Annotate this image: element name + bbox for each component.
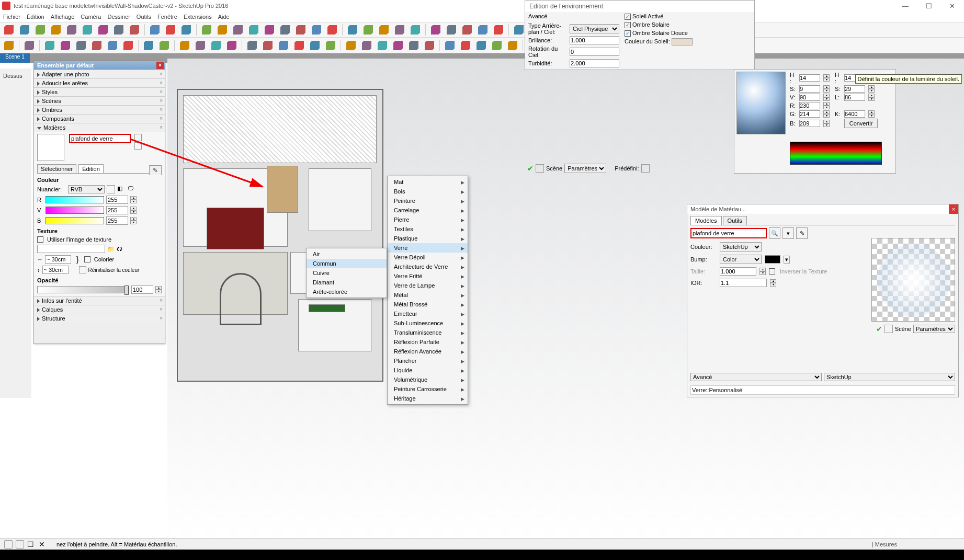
ctx-item-emetteur[interactable]: Emetteur▶ (388, 309, 468, 318)
prev-icon[interactable] (407, 39, 421, 52)
section-adapter-photo[interactable]: Adapter une photo× (34, 70, 165, 78)
ctx-item-sub-luminescence[interactable]: Sub-Luminescence▶ (388, 318, 468, 328)
v-input[interactable] (106, 206, 128, 214)
b-input[interactable] (106, 216, 128, 225)
paint-icon[interactable] (393, 23, 406, 37)
axes-icon[interactable] (277, 39, 290, 52)
window-icon[interactable] (346, 23, 359, 37)
cube-icon[interactable] (231, 23, 245, 37)
section2-icon[interactable] (490, 39, 504, 52)
group-icon[interactable] (200, 23, 213, 37)
circle-icon[interactable] (74, 39, 88, 52)
ctx-item-textiles[interactable]: Textiles▶ (388, 224, 468, 234)
paste-icon[interactable] (81, 23, 94, 37)
ctx-item-commun[interactable]: Commun (307, 259, 387, 268)
r-spinner[interactable]: ▴▾ (823, 102, 830, 109)
menu-dessiner[interactable]: Dessiner (107, 14, 130, 20)
taille-spinner[interactable]: ▴▾ (759, 268, 766, 275)
tray-close-icon[interactable]: × (156, 62, 164, 69)
dim-icon[interactable] (292, 39, 306, 52)
tray-header[interactable]: Ensemble par défaut × (34, 61, 165, 70)
section-close-icon[interactable]: × (160, 298, 163, 303)
ctx-item-cuivre[interactable]: Cuivre (307, 268, 387, 278)
move-icon[interactable] (409, 23, 422, 37)
rgb-gradient-preview[interactable] (790, 142, 882, 165)
mm-advanced-select[interactable]: Avancé (690, 373, 822, 381)
component-icon[interactable] (216, 23, 229, 37)
zoomext-icon[interactable] (391, 39, 405, 52)
section-close-icon[interactable]: × (160, 71, 163, 77)
v-input[interactable] (799, 94, 820, 101)
tape-icon[interactable] (225, 39, 239, 52)
section-matieres[interactable]: Matières× (34, 123, 165, 132)
r-input[interactable] (799, 102, 820, 109)
redo-icon[interactable] (128, 23, 141, 37)
door-icon[interactable] (361, 23, 375, 37)
k-input[interactable] (844, 110, 865, 118)
save-icon[interactable] (33, 23, 47, 37)
rotation-input[interactable] (570, 48, 619, 56)
section-adoucir[interactable]: Adoucir les arêtes× (34, 78, 165, 87)
section-close-icon[interactable]: × (160, 315, 163, 321)
inverser-checkbox[interactable] (769, 268, 775, 275)
rotate-icon[interactable] (194, 39, 207, 52)
env-param-select[interactable]: Paramètres (564, 164, 606, 173)
ombre-checkbox[interactable]: ✓ (625, 22, 631, 28)
section-composants[interactable]: Composants× (34, 114, 165, 123)
menu-fenetre[interactable]: Fenêtre (157, 14, 177, 20)
roof-icon[interactable] (310, 23, 323, 37)
stair-icon[interactable] (325, 23, 339, 37)
ctx-item-peinture-carrosserie[interactable]: Peinture Carrosserie▶ (388, 384, 468, 394)
eraser-icon[interactable] (22, 39, 36, 52)
ctx-item-verre-de-lampe[interactable]: Verre de Lampe▶ (388, 281, 468, 290)
section-close-icon[interactable]: × (160, 107, 163, 112)
opacity-spinner[interactable]: ▴▾ (155, 286, 162, 293)
mm-taille-input[interactable] (720, 267, 756, 276)
section-calques[interactable]: Calques× (34, 305, 165, 314)
reset-color-swatch[interactable] (79, 266, 86, 273)
l-spinner[interactable]: ▴▾ (868, 94, 875, 101)
status-icon-1[interactable] (4, 540, 13, 548)
eyedrop-material-icon[interactable] (134, 142, 142, 150)
push-icon[interactable] (263, 23, 276, 37)
ctx-item-h-ritage[interactable]: Héritage▶ (388, 394, 468, 403)
tab-edition[interactable]: Édition (78, 164, 104, 173)
cut-icon[interactable] (49, 23, 63, 37)
list-icon[interactable] (536, 164, 544, 173)
menu-extensions[interactable]: Extensions (184, 14, 212, 20)
wall-icon[interactable] (294, 23, 308, 37)
opacity-slider[interactable] (37, 286, 129, 293)
bump-color-swatch[interactable] (765, 255, 780, 264)
mat-search-input[interactable] (690, 228, 767, 238)
pull-icon[interactable] (278, 23, 292, 37)
link-icon[interactable]: } (73, 255, 82, 264)
right-icon[interactable] (476, 23, 490, 37)
picker-icon[interactable]: ◧ (117, 185, 126, 193)
convertir-button[interactable]: Convertir (844, 119, 878, 128)
mat-model-title[interactable]: Modèle de Matériau...× (687, 204, 958, 214)
create-material-icon[interactable] (134, 134, 142, 141)
env-panel-title[interactable]: Edition de l'environnement (525, 1, 754, 12)
sky-type-select[interactable]: Ciel Physique (570, 24, 619, 33)
color-preview-icon[interactable] (107, 185, 115, 193)
arc-icon[interactable] (90, 39, 104, 52)
left-icon[interactable] (512, 23, 526, 37)
l-input[interactable] (844, 94, 865, 101)
sel-icon[interactable] (377, 23, 391, 37)
b-slider[interactable] (46, 217, 104, 224)
pos-icon[interactable] (443, 39, 457, 52)
ctx-item-pierre[interactable]: Pierre▶ (388, 215, 468, 224)
pencil-icon[interactable]: ✎ (149, 165, 162, 175)
h-spinner[interactable]: ▴▾ (823, 74, 830, 82)
menu-camera[interactable]: Caméra (81, 14, 101, 20)
ctx-item-ar-te-color-e[interactable]: Arête-colorée (307, 287, 387, 296)
v-slider[interactable] (46, 207, 104, 214)
s-spinner[interactable]: ▴▾ (823, 85, 830, 93)
r-spinner[interactable]: ▴▾ (130, 196, 137, 203)
ctx-item-mat[interactable]: Mat▶ (388, 177, 468, 187)
print-icon[interactable] (148, 23, 162, 37)
box-icon[interactable] (247, 23, 260, 37)
turbidite-input[interactable] (570, 59, 619, 67)
apply-icon[interactable]: ✔ (527, 164, 534, 173)
section-close-icon[interactable]: × (160, 89, 163, 95)
